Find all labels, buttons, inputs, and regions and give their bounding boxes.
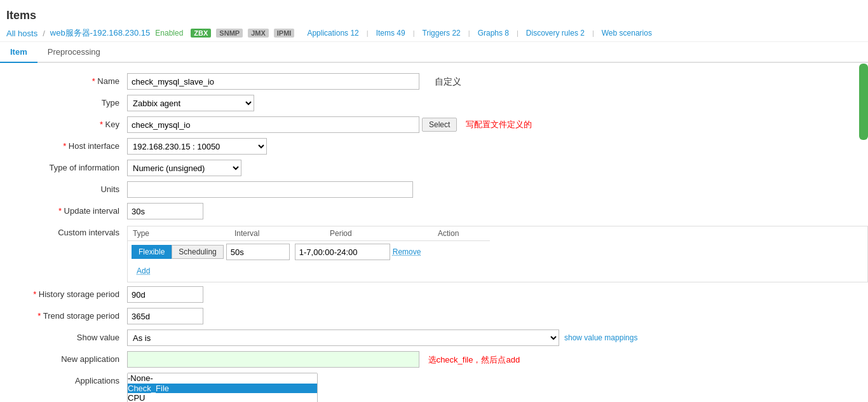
host-interface-control: 192.168.230.15 : 10050 <box>127 138 868 155</box>
units-label: Units <box>0 181 127 194</box>
history-label: History storage period <box>0 286 127 299</box>
trend-control <box>127 308 868 324</box>
app-option-cpu: CPU <box>128 393 317 402</box>
history-input[interactable] <box>127 286 203 303</box>
annotation-select-check: 选check_file，然后点add <box>428 355 520 364</box>
show-value-inner: As is show value mappings <box>127 329 868 346</box>
form-tabs: Item Preprocessing <box>0 42 868 63</box>
custom-intervals-label: Custom intervals <box>0 225 127 237</box>
ci-add-row: Add <box>128 263 867 282</box>
units-row: Units <box>0 181 868 199</box>
ci-type-buttons: Flexible Scheduling <box>132 245 224 259</box>
name-input[interactable] <box>127 73 419 90</box>
units-control <box>127 181 868 198</box>
tag-zbx[interactable]: ZBX <box>191 29 211 38</box>
trend-input[interactable] <box>127 308 203 324</box>
host-interface-row: Host interface 192.168.230.15 : 10050 <box>0 138 868 156</box>
update-interval-label: Update interval <box>0 203 127 216</box>
breadcrumb-sep1: / <box>43 29 45 38</box>
nav-link-graphs[interactable]: Graphs 8 <box>475 27 512 39</box>
key-input-row: Select 写配置文件定义的 <box>127 116 868 133</box>
scrollbar[interactable] <box>859 64 868 140</box>
type-info-label: Type of information <box>0 160 127 172</box>
ci-add-link[interactable]: Add <box>132 264 155 278</box>
app-option-check-file: Check_File <box>128 384 317 394</box>
update-interval-control <box>127 203 868 219</box>
type-select[interactable]: Zabbix agent <box>127 95 254 111</box>
custom-intervals-row: Custom intervals Type Interval Period Ac… <box>0 225 868 282</box>
show-value-mappings-link[interactable]: show value mappings <box>564 333 637 342</box>
form-body: Name 自定义 Type Zabbix agent Key Select <box>0 63 868 402</box>
page-title: Items <box>6 4 862 25</box>
ci-row: Flexible Scheduling Remove <box>128 241 867 263</box>
show-value-select[interactable]: As is <box>127 329 559 346</box>
show-value-label: Show value <box>0 329 127 342</box>
breadcrumb-nav: All hosts / web服务器-192.168.230.15 Enable… <box>6 25 862 41</box>
name-control: 自定义 <box>127 73 868 90</box>
name-row: Name 自定义 <box>0 73 868 91</box>
type-row: Type Zabbix agent <box>0 95 868 113</box>
annotation-custom: 自定义 <box>435 76 461 87</box>
new-application-label: New application <box>0 351 127 364</box>
key-control: Select 写配置文件定义的 <box>127 116 868 133</box>
type-control: Zabbix agent <box>127 95 868 111</box>
nav-link-web[interactable]: Web scenarios <box>599 27 654 39</box>
type-info-row: Type of information Numeric (unsigned) <box>0 160 868 177</box>
tag-jmx[interactable]: JMX <box>248 29 269 38</box>
show-value-row: Show value As is show value mappings <box>0 329 868 347</box>
ci-type-header: Type <box>128 226 229 241</box>
update-interval-row: Update interval <box>0 203 868 221</box>
tag-snmp[interactable]: SNMP <box>216 29 243 38</box>
breadcrumb-all-hosts[interactable]: All hosts <box>6 29 37 38</box>
trend-row: Trend storage period <box>0 308 868 326</box>
tab-item[interactable]: Item <box>0 42 37 63</box>
ci-scheduling-btn[interactable]: Scheduling <box>172 245 223 259</box>
annotation-config: 写配置文件定义的 <box>466 119 532 130</box>
applications-label: Applications <box>0 373 127 385</box>
show-value-control: As is show value mappings <box>127 329 868 346</box>
new-application-control: 选check_file，然后点add <box>127 351 868 368</box>
ci-remove-btn[interactable]: Remove <box>393 247 421 256</box>
breadcrumb-host[interactable]: web服务器-192.168.230.15 <box>50 27 151 39</box>
nav-link-items[interactable]: Items 49 <box>374 27 408 39</box>
new-application-row: New application 选check_file，然后点add <box>0 351 868 369</box>
custom-intervals-control: Type Interval Period Action Flexible Sch… <box>127 225 868 282</box>
units-input[interactable] <box>127 181 413 198</box>
key-row: Key Select 写配置文件定义的 <box>0 116 868 134</box>
status-enabled: Enabled <box>155 29 183 38</box>
nav-link-discovery[interactable]: Discovery rules 2 <box>524 27 587 39</box>
trend-label: Trend storage period <box>0 308 127 321</box>
app-option-none: -None- <box>128 373 317 384</box>
applications-control: -None- Check_File CPU Filesystems <box>127 373 868 402</box>
ci-period-input[interactable] <box>295 244 390 260</box>
key-input[interactable] <box>127 116 419 133</box>
key-label: Key <box>0 116 127 129</box>
ci-header: Type Interval Period Action <box>128 226 867 241</box>
new-application-input[interactable] <box>127 351 419 368</box>
custom-intervals-table: Type Interval Period Action Flexible Sch… <box>127 226 868 282</box>
applications-select[interactable]: -None- Check_File CPU Filesystems <box>127 373 318 402</box>
tag-ipmi[interactable]: IPMI <box>274 29 295 38</box>
tab-preprocessing[interactable]: Preprocessing <box>37 42 111 63</box>
main-content: Item Preprocessing Name 自定义 Type Zabbix … <box>0 42 868 402</box>
host-interface-select[interactable]: 192.168.230.15 : 10050 <box>127 138 267 155</box>
history-row: History storage period <box>0 286 868 304</box>
update-interval-input[interactable] <box>127 203 203 219</box>
ci-flexible-btn[interactable]: Flexible <box>132 245 172 259</box>
type-label: Type <box>0 95 127 107</box>
page-header: Items All hosts / web服务器-192.168.230.15 … <box>0 0 868 42</box>
nav-link-applications[interactable]: Applications 12 <box>304 27 361 39</box>
type-info-select[interactable]: Numeric (unsigned) <box>127 160 241 176</box>
applications-row: Applications -None- Check_File CPU Files… <box>0 373 868 402</box>
ci-action-header: Action <box>433 226 490 241</box>
name-label: Name <box>0 73 127 86</box>
type-info-control: Numeric (unsigned) <box>127 160 868 176</box>
ci-period-header: Period <box>325 226 433 241</box>
nav-link-triggers[interactable]: Triggers 22 <box>420 27 463 39</box>
ci-interval-header: Interval <box>229 226 325 241</box>
select-button[interactable]: Select <box>422 118 457 132</box>
history-control <box>127 286 868 303</box>
ci-interval-input[interactable] <box>226 244 290 260</box>
host-interface-label: Host interface <box>0 138 127 151</box>
